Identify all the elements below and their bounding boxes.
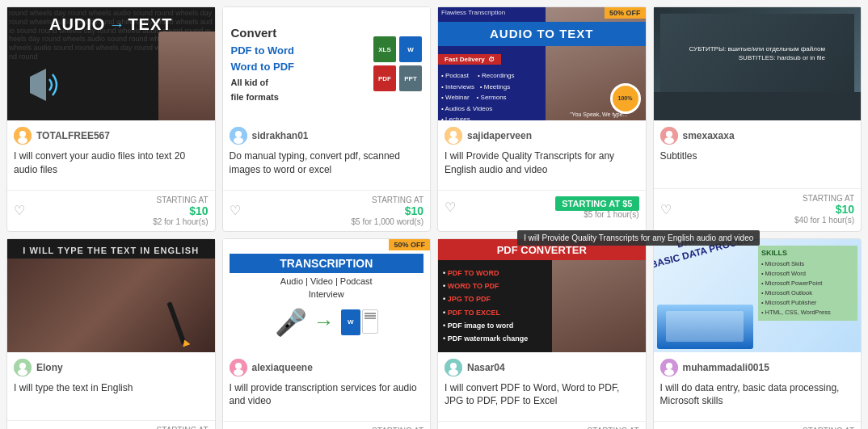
type-text-label: I WILL TYPE THE TEXT IN ENGLISH bbox=[7, 246, 215, 255]
price-info: STARTING AT $10 $2 for 1 hour(s) bbox=[153, 196, 208, 226]
card1-footer: ♡ STARTING AT $10 $2 for 1 hour(s) bbox=[7, 190, 215, 231]
price-amount: $10 bbox=[836, 203, 854, 216]
favorite-button[interactable]: ♡ bbox=[660, 202, 672, 217]
gig-title-link[interactable]: I will provide transcription services fo… bbox=[230, 382, 417, 407]
svg-point-19 bbox=[234, 369, 243, 376]
avatar bbox=[230, 359, 247, 376]
price-value: $10 bbox=[794, 203, 854, 216]
avatar bbox=[14, 127, 32, 145]
gig-title-link[interactable]: I will Provide Quality Transcripts for a… bbox=[445, 150, 614, 175]
gig-card-8[interactable]: DATA ENTRY &BASIC DATA PROCESSINGS SKILL… bbox=[653, 238, 862, 429]
svg-point-4 bbox=[18, 137, 27, 144]
card4-image: СУБТИТРЫ: вшитые/или отдельным файлом SU… bbox=[654, 7, 862, 120]
gig-card-4[interactable]: СУБТИТРЫ: вшитые/или отдельным файлом SU… bbox=[653, 6, 862, 232]
gig-card-2[interactable]: Convert PDF to Word Word to PDF All kid … bbox=[222, 6, 432, 232]
subtitle-image: СУБТИТРЫ: вшитые/или отдельным файлом SU… bbox=[654, 7, 862, 120]
seller-name: sajidaperveen bbox=[467, 130, 532, 141]
gig-title-link[interactable]: Do manual typing, convert pdf, scanned i… bbox=[230, 150, 400, 175]
seller-name: TOTALFREE567 bbox=[36, 130, 110, 141]
audio-label: AUDIO bbox=[49, 15, 105, 34]
starting-at-label: STARTING AT bbox=[794, 194, 854, 203]
card8-footer: ♡ STARTING AT $10 $10 for 100 row(s) bbox=[654, 421, 862, 429]
arrow-label: → bbox=[108, 15, 124, 34]
interview-text: Interview bbox=[309, 289, 344, 299]
seller-name: Elony bbox=[36, 362, 63, 373]
price-info: STARTING AT $10 $5 for 1,000 word(s) bbox=[136, 426, 209, 429]
ppt-icon: PPT bbox=[399, 65, 422, 91]
favorite-button[interactable]: ♡ bbox=[14, 203, 25, 218]
gig-card-1[interactable]: round wheels day round wheels audio soun… bbox=[6, 6, 216, 232]
mic-icon: 🎤 bbox=[275, 307, 307, 338]
gig-card-3[interactable]: 50% OFF Flawless Transcription AUDIO TO … bbox=[437, 6, 647, 232]
skills-title: SKILLS bbox=[761, 249, 854, 257]
card1-image: round wheels day round wheels audio soun… bbox=[7, 7, 215, 120]
seller-row: Nasar04 bbox=[445, 359, 639, 376]
sub-price: $5 for 1,000 word(s) bbox=[352, 217, 424, 226]
gig-card-6[interactable]: 50% OFF TRANSCRIPTION Audio | Video | Po… bbox=[222, 238, 432, 429]
svg-point-18 bbox=[235, 363, 242, 369]
svg-point-12 bbox=[666, 131, 672, 137]
audio-to-text-big: AUDIO TO TEXT bbox=[438, 22, 646, 46]
gig-card-7[interactable]: PDF CONVERTER • PDF TO WORD • WORD TO PD… bbox=[437, 238, 647, 429]
mic-arrow-doc: 🎤 → W bbox=[275, 307, 378, 338]
card3-body: sajidaperveen I will Provide Quality Tra… bbox=[438, 120, 646, 190]
favorite-button[interactable]: ♡ bbox=[230, 203, 241, 218]
gig-title: I will do data entry, basic data process… bbox=[660, 381, 855, 409]
avatar bbox=[445, 359, 462, 376]
svg-marker-1 bbox=[30, 69, 46, 101]
gig-title-link[interactable]: I will type the text in English bbox=[14, 382, 133, 393]
sub-price: $5 for 1 hour(s) bbox=[555, 210, 638, 219]
pdf-icon: PDF bbox=[373, 65, 396, 91]
card5-image: I WILL TYPE THE TEXT IN ENGLISH bbox=[7, 239, 215, 352]
svg-point-6 bbox=[235, 131, 242, 137]
avatar bbox=[660, 127, 678, 145]
seller-name: sidrakhan01 bbox=[252, 130, 309, 141]
seller-name: smexaxaxa bbox=[683, 130, 735, 141]
gig-title-link[interactable]: Subtitles bbox=[660, 150, 697, 162]
card2-image: Convert PDF to Word Word to PDF All kid … bbox=[223, 7, 431, 120]
starting-price-green: STARTING AT $5 bbox=[555, 196, 638, 211]
doc-icon bbox=[362, 309, 378, 334]
features-list: • Podcast • Recordings • Interviews • Me… bbox=[441, 70, 515, 120]
skills-box: SKILLS • Microsoft Skils • Microsoft Wor… bbox=[758, 246, 857, 321]
pdf-options-list: • PDF TO WORD • WORD TO PDF • JPG TO PDF… bbox=[443, 267, 547, 345]
file-icons: XLS W PDF PPT bbox=[373, 36, 422, 91]
favorite-button[interactable]: ♡ bbox=[445, 200, 456, 215]
word-icon: W bbox=[399, 36, 422, 62]
svg-point-10 bbox=[449, 137, 458, 144]
seller-row: Elony bbox=[14, 359, 209, 376]
computer-image bbox=[657, 305, 753, 349]
person-pdf bbox=[552, 260, 645, 352]
card5-footer: ♡ STARTING AT $10 $5 for 1,000 word(s) bbox=[7, 420, 215, 429]
svg-point-22 bbox=[449, 369, 458, 376]
seller-name: Nasar04 bbox=[467, 362, 505, 373]
seller-name: alexiaqueene bbox=[252, 362, 313, 373]
svg-point-24 bbox=[666, 363, 672, 369]
card1-body: TOTALFREE567 I will convert your audio f… bbox=[7, 120, 215, 190]
gig-title-link[interactable]: I will do data entry, basic data process… bbox=[660, 382, 840, 407]
seller-name: muhammadali0015 bbox=[683, 362, 769, 373]
gig-title: Subtitles bbox=[660, 149, 855, 175]
svg-point-3 bbox=[19, 131, 26, 137]
starting-price-badge: STARTING AT $5 bbox=[555, 196, 638, 210]
seller-row: sidrakhan01 bbox=[230, 127, 424, 145]
arrow-icon: → bbox=[314, 309, 335, 334]
flawless-label: Flawless Transcription bbox=[441, 9, 505, 16]
card6-footer: ♡ STARTING AT $5 $5 for 1 hour(s) bbox=[223, 421, 431, 429]
price-amount: $10 bbox=[189, 204, 208, 217]
seller-row: muhammadali0015 bbox=[660, 359, 855, 376]
speak-text: "You Speak, We type..." bbox=[554, 111, 646, 117]
sub-price: $2 for 1 hour(s) bbox=[153, 217, 208, 226]
card4-body: smexaxaxa Subtitles bbox=[654, 120, 862, 188]
audio-video-text: Audio | Video | Podcast bbox=[280, 276, 373, 286]
gig-title-link[interactable]: I will convert your audio files into tex… bbox=[14, 150, 185, 175]
price-value: $10 bbox=[352, 204, 424, 217]
fast-delivery-badge: Fast Delivery ⏱ bbox=[438, 54, 501, 65]
price-info: STARTING AT $10 $40 for 1 hour(s) bbox=[794, 194, 854, 225]
card7-image: PDF CONVERTER • PDF TO WORD • WORD TO PD… bbox=[438, 239, 646, 352]
gig-title-link[interactable]: I will convert PDF to Word, Word to PDF,… bbox=[445, 382, 619, 407]
person-image bbox=[158, 32, 215, 120]
gig-card-5[interactable]: I WILL TYPE THE TEXT IN ENGLISH Elony I … bbox=[6, 238, 216, 429]
avatar bbox=[230, 127, 247, 145]
pen-icon bbox=[166, 301, 186, 345]
